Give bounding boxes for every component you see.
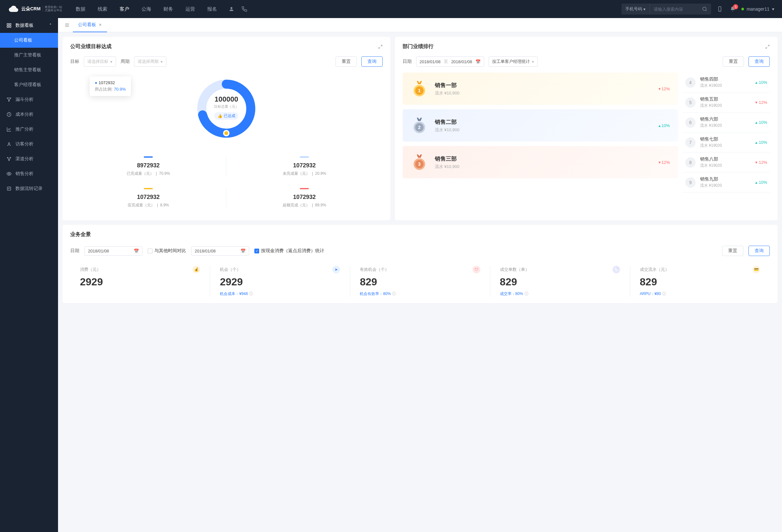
topnav-item-4[interactable]: 财务 xyxy=(157,0,179,18)
user-menu[interactable]: manager11 ▾ xyxy=(741,6,774,11)
period-select[interactable]: 请选择周期 ▾ xyxy=(134,57,166,67)
sidebar-toggle[interactable] xyxy=(61,23,73,28)
tab-company-board[interactable]: 公司看板 ✕ xyxy=(73,18,107,32)
rank-item-5[interactable]: 5 销售五部 流水 ¥19020 ▾ 12% xyxy=(683,93,770,112)
metric-label: 有效机会（个） xyxy=(360,267,389,273)
metric-0: 消费（元） 💰 2929 xyxy=(70,266,210,297)
card-title: 部门业绩排行 xyxy=(402,43,433,50)
podium-name: 销售二部 xyxy=(435,118,460,126)
sidebar-single-chart[interactable]: 推广分析 xyxy=(0,122,58,137)
close-icon[interactable]: ✕ xyxy=(99,23,102,27)
topnav-item-1[interactable]: 线索 xyxy=(92,0,113,18)
metric-value: 829 xyxy=(500,276,620,288)
metric-sub: 成交率：80% ⓘ xyxy=(500,291,620,297)
podium-item-1[interactable]: 1 销售一部 流水 ¥10,900 ▾ 12% xyxy=(402,73,678,105)
date-value: 2018/01/08 xyxy=(195,249,216,253)
sidebar-item-2[interactable]: 销售主管看板 xyxy=(0,63,58,77)
device-icon[interactable] xyxy=(717,6,723,12)
select-value: 按工单客户经理统计 xyxy=(492,59,530,65)
reset-button[interactable]: 重置 xyxy=(335,57,357,67)
topnav-item-5[interactable]: 运营 xyxy=(180,0,201,18)
sidebar-single-visitor[interactable]: 访客分析 xyxy=(0,137,58,151)
reset-button[interactable]: 重置 xyxy=(722,246,743,256)
send-icon: ➤ xyxy=(332,266,340,274)
medal-1-icon: 1 xyxy=(411,80,428,97)
metric-sub: 机会成本：¥948 ⓘ xyxy=(220,291,340,297)
tooltip-value: 1072932 xyxy=(99,80,115,85)
rank-item-7[interactable]: 7 销售七部 流水 ¥19020 ▴ 10% xyxy=(683,133,770,152)
rank-name: 销售四部 xyxy=(700,76,722,82)
goal-select[interactable]: 请选择目标 ▾ xyxy=(84,57,116,67)
metric-4: 成交流水（元） 💳 829 ARPU：¥80 ⓘ xyxy=(630,266,770,297)
topnav-item-0[interactable]: 数据 xyxy=(70,0,91,18)
badge-text: 已达成 xyxy=(224,113,235,119)
stat-value: 1072932 xyxy=(229,194,379,201)
cash-stat-checkbox[interactable]: 按现金消费（返点后消费）统计 xyxy=(254,248,324,254)
rank-pct: ▴ 10% xyxy=(755,80,767,85)
help-icon[interactable]: ⓘ xyxy=(392,291,396,297)
rank-number: 4 xyxy=(685,77,696,88)
checkbox-label: 与其他时间对比 xyxy=(154,248,186,254)
topnav-item-3[interactable]: 公海 xyxy=(136,0,157,18)
svg-point-11 xyxy=(9,160,10,161)
user-icon[interactable] xyxy=(228,6,234,12)
sidebar-single-channel[interactable]: 渠道分析 xyxy=(0,151,58,166)
topnav-item-2[interactable]: 客户 xyxy=(114,0,135,18)
calendar-icon: 📅 xyxy=(134,249,139,253)
help-icon[interactable]: ⓘ xyxy=(249,291,253,297)
topnav-item-6[interactable]: 报名 xyxy=(202,0,223,18)
podium-item-3[interactable]: 3 销售三部 流水 ¥10,900 ▾ 12% xyxy=(402,146,678,178)
rank-name: 销售九部 xyxy=(700,176,722,182)
sidebar-item-1[interactable]: 推广主管看板 xyxy=(0,48,58,63)
sidebar-single-funnel[interactable]: 漏斗分析 xyxy=(0,92,58,107)
reset-button[interactable]: 重置 xyxy=(723,57,744,67)
phone-icon[interactable] xyxy=(242,6,247,12)
brand-logo[interactable]: 云朵CRM 教育机构一站 式服务云平台 xyxy=(8,4,62,13)
svg-rect-5 xyxy=(7,26,9,27)
arrow-up-icon: ▴ xyxy=(659,123,661,128)
rank-item-6[interactable]: 6 销售六部 流水 ¥19020 ▴ 10% xyxy=(683,112,770,133)
thumbs-up-icon: 👍 xyxy=(218,114,222,118)
calendar-icon: 📅 xyxy=(241,249,246,253)
expand-button[interactable] xyxy=(765,44,770,49)
rank-item-8[interactable]: 8 销售八部 流水 ¥19020 ▾ 12% xyxy=(683,152,770,173)
search-input[interactable] xyxy=(650,7,698,11)
date-range-picker[interactable]: 2018/01/08 至 2018/01/08 📅 xyxy=(416,57,484,67)
sidebar-single-clock[interactable]: 成本分析 xyxy=(0,107,58,122)
search-type-select[interactable]: 手机号码 ▾ xyxy=(621,4,650,14)
sidebar: 数据看板 ˄ 公司看板推广主管看板销售主管看板客户经理看板 漏斗分析成本分析推广… xyxy=(0,18,58,532)
query-button[interactable]: 查询 xyxy=(361,57,383,67)
query-button[interactable]: 查询 xyxy=(748,246,770,256)
date-picker-1[interactable]: 2018/01/08 📅 xyxy=(84,246,142,256)
rank-item-4[interactable]: 4 销售四部 流水 ¥19020 ▴ 10% xyxy=(683,73,770,93)
search-button[interactable] xyxy=(698,6,711,11)
sidebar-single-eye[interactable]: 销售分析 xyxy=(0,166,58,181)
svg-point-8 xyxy=(8,143,10,144)
rank-item-9[interactable]: 9 销售九部 流水 ¥19020 ▴ 10% xyxy=(683,173,770,192)
svg-point-16 xyxy=(224,131,229,136)
chevron-down-icon: ▾ xyxy=(161,59,163,64)
metric-1: 机会（个） ➤ 2929 机会成本：¥948 ⓘ xyxy=(210,266,350,297)
stat-bar-icon xyxy=(144,188,153,189)
sidebar-single-flow[interactable]: 数据流转记录 xyxy=(0,181,58,196)
expand-button[interactable] xyxy=(378,44,383,49)
podium-pct: ▾ 12% xyxy=(659,160,670,165)
stat-bar-icon xyxy=(300,188,309,189)
date-picker-2[interactable]: 2018/01/08 📅 xyxy=(191,246,249,256)
cloud-logo-icon xyxy=(8,4,19,13)
help-icon[interactable]: ⓘ xyxy=(662,291,666,297)
stat-by-select[interactable]: 按工单客户经理统计 ▾ xyxy=(489,57,538,67)
sidebar-item-0[interactable]: 公司看板 xyxy=(0,33,58,48)
sidebar-group-dashboard[interactable]: 数据看板 ˄ xyxy=(0,18,58,33)
metric-value: 2929 xyxy=(220,276,340,288)
stat-value: 1072932 xyxy=(229,162,379,169)
sidebar-single-label: 销售分析 xyxy=(15,171,34,177)
sidebar-item-3[interactable]: 客户经理看板 xyxy=(0,77,58,92)
checkbox-label: 按现金消费（返点后消费）统计 xyxy=(261,248,324,254)
podium-item-2[interactable]: 2 销售二部 流水 ¥10,900 ▴ 10% xyxy=(402,109,678,142)
sidebar-single-label: 推广分析 xyxy=(15,127,34,132)
help-icon[interactable]: ⓘ xyxy=(525,291,528,297)
compare-checkbox[interactable]: 与其他时间对比 xyxy=(148,248,186,254)
notification-bell[interactable]: 5 xyxy=(730,6,736,12)
query-button[interactable]: 查询 xyxy=(748,57,770,67)
